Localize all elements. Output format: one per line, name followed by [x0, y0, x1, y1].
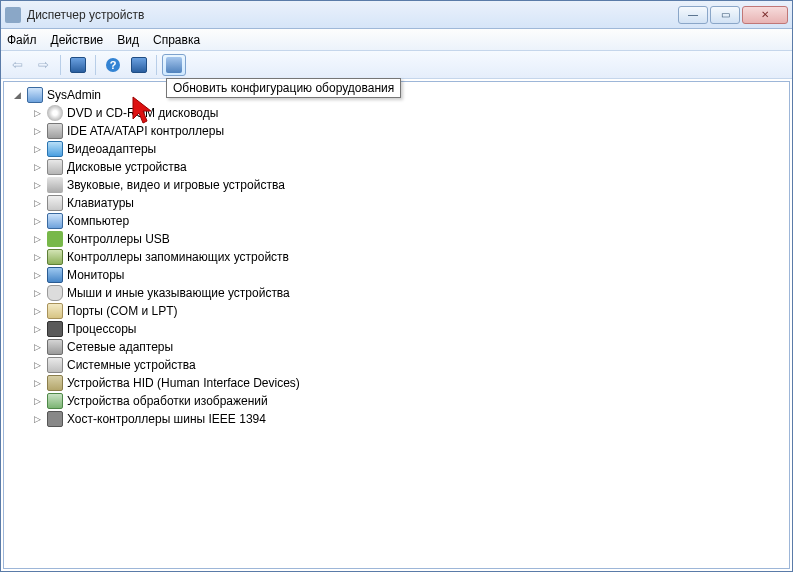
- device-manager-window: Диспетчер устройств — ▭ ✕ Файл Действие …: [0, 0, 793, 572]
- tree-node-label: Устройства обработки изображений: [67, 394, 268, 408]
- tree-node-label: Дисковые устройства: [67, 160, 187, 174]
- expand-icon[interactable]: ▷: [32, 270, 43, 281]
- toolbar-separator: [95, 55, 96, 75]
- expand-icon[interactable]: ▷: [32, 378, 43, 389]
- tree-node-label: Компьютер: [67, 214, 129, 228]
- expand-icon[interactable]: ▷: [32, 108, 43, 119]
- tree-node[interactable]: ▷Порты (COM и LPT): [6, 302, 787, 320]
- root-label: SysAdmin: [47, 88, 101, 102]
- scan-hardware-button[interactable]: [162, 54, 186, 76]
- device-tree-pane[interactable]: ◢ SysAdmin ▷DVD и CD-ROM дисководы▷IDE A…: [3, 81, 790, 569]
- tree-children: ▷DVD и CD-ROM дисководы▷IDE ATA/ATAPI ко…: [6, 104, 787, 428]
- tree-node[interactable]: ▷Хост-контроллеры шины IEEE 1394: [6, 410, 787, 428]
- tree-node-label: DVD и CD-ROM дисководы: [67, 106, 218, 120]
- menu-file[interactable]: Файл: [7, 33, 37, 47]
- device-category-icon: [47, 123, 63, 139]
- expand-icon[interactable]: ▷: [32, 234, 43, 245]
- tree-node-label: Видеоадаптеры: [67, 142, 156, 156]
- tree-node[interactable]: ▷Устройства обработки изображений: [6, 392, 787, 410]
- toolbar-separator: [156, 55, 157, 75]
- tree-node[interactable]: ▷Компьютер: [6, 212, 787, 230]
- tree-node[interactable]: ▷Системные устройства: [6, 356, 787, 374]
- properties-button[interactable]: [127, 54, 151, 76]
- expand-icon[interactable]: ▷: [32, 360, 43, 371]
- expand-icon[interactable]: ▷: [32, 126, 43, 137]
- tree-node[interactable]: ▷Контроллеры USB: [6, 230, 787, 248]
- scan-hardware-icon: [166, 57, 182, 73]
- tree-node-label: Системные устройства: [67, 358, 196, 372]
- tree-node[interactable]: ▷Дисковые устройства: [6, 158, 787, 176]
- menubar: Файл Действие Вид Справка: [1, 29, 792, 51]
- tree-node[interactable]: ▷Клавиатуры: [6, 194, 787, 212]
- device-category-icon: [47, 303, 63, 319]
- tree-node[interactable]: ▷Устройства HID (Human Interface Devices…: [6, 374, 787, 392]
- maximize-button[interactable]: ▭: [710, 6, 740, 24]
- toolbar-separator: [60, 55, 61, 75]
- menu-action[interactable]: Действие: [51, 33, 104, 47]
- tree-node[interactable]: ▷Сетевые адаптеры: [6, 338, 787, 356]
- tree-node[interactable]: ▷Мониторы: [6, 266, 787, 284]
- device-category-icon: [47, 105, 63, 121]
- tree-node[interactable]: ▷IDE ATA/ATAPI контроллеры: [6, 122, 787, 140]
- minimize-button[interactable]: —: [678, 6, 708, 24]
- tree-node-label: Мониторы: [67, 268, 124, 282]
- tree-node[interactable]: ▷Контроллеры запоминающих устройств: [6, 248, 787, 266]
- device-category-icon: [47, 159, 63, 175]
- device-category-icon: [47, 267, 63, 283]
- tree-node-label: Процессоры: [67, 322, 137, 336]
- tree-node-label: Хост-контроллеры шины IEEE 1394: [67, 412, 266, 426]
- forward-button[interactable]: ⇨: [31, 54, 55, 76]
- device-category-icon: [47, 321, 63, 337]
- menu-help[interactable]: Справка: [153, 33, 200, 47]
- expand-icon[interactable]: ▷: [32, 198, 43, 209]
- expand-icon[interactable]: ▷: [32, 180, 43, 191]
- device-category-icon: [47, 339, 63, 355]
- tree-node-label: Порты (COM и LPT): [67, 304, 178, 318]
- expand-icon[interactable]: ▷: [32, 342, 43, 353]
- tree-node-label: IDE ATA/ATAPI контроллеры: [67, 124, 224, 138]
- expand-icon[interactable]: ▷: [32, 252, 43, 263]
- tree-node-label: Звуковые, видео и игровые устройства: [67, 178, 285, 192]
- tree-node-label: Устройства HID (Human Interface Devices): [67, 376, 300, 390]
- device-category-icon: [47, 213, 63, 229]
- properties-icon: [131, 57, 147, 73]
- toolbar: ⇦ ⇨ ? Обновить конфигурацию оборудования: [1, 51, 792, 79]
- expand-icon[interactable]: ▷: [32, 288, 43, 299]
- tree-node[interactable]: ▷DVD и CD-ROM дисководы: [6, 104, 787, 122]
- tree-node-label: Контроллеры USB: [67, 232, 170, 246]
- device-category-icon: [47, 411, 63, 427]
- expand-icon[interactable]: ▷: [32, 306, 43, 317]
- titlebar: Диспетчер устройств — ▭ ✕: [1, 1, 792, 29]
- device-category-icon: [47, 357, 63, 373]
- expand-icon[interactable]: ▷: [32, 396, 43, 407]
- device-category-icon: [47, 375, 63, 391]
- back-arrow-icon: ⇦: [12, 57, 23, 72]
- device-category-icon: [47, 195, 63, 211]
- device-category-icon: [47, 177, 63, 193]
- expand-icon[interactable]: ▷: [32, 162, 43, 173]
- help-button[interactable]: ?: [101, 54, 125, 76]
- back-button[interactable]: ⇦: [5, 54, 29, 76]
- tree-node[interactable]: ▷Видеоадаптеры: [6, 140, 787, 158]
- device-category-icon: [47, 285, 63, 301]
- device-tree: ◢ SysAdmin ▷DVD и CD-ROM дисководы▷IDE A…: [6, 86, 787, 428]
- device-category-icon: [47, 249, 63, 265]
- expand-icon[interactable]: ▷: [32, 144, 43, 155]
- console-tree-icon: [70, 57, 86, 73]
- expand-icon[interactable]: ▷: [32, 414, 43, 425]
- show-hide-console-button[interactable]: [66, 54, 90, 76]
- collapse-icon[interactable]: ◢: [12, 90, 23, 101]
- expand-icon[interactable]: ▷: [32, 324, 43, 335]
- tree-node[interactable]: ▷Звуковые, видео и игровые устройства: [6, 176, 787, 194]
- close-button[interactable]: ✕: [742, 6, 788, 24]
- tree-node[interactable]: ▷Мыши и иные указывающие устройства: [6, 284, 787, 302]
- window-title: Диспетчер устройств: [27, 8, 678, 22]
- computer-icon: [27, 87, 43, 103]
- device-category-icon: [47, 141, 63, 157]
- menu-view[interactable]: Вид: [117, 33, 139, 47]
- tooltip: Обновить конфигурацию оборудования: [166, 78, 401, 98]
- tree-node[interactable]: ▷Процессоры: [6, 320, 787, 338]
- expand-icon[interactable]: ▷: [32, 216, 43, 227]
- window-controls: — ▭ ✕: [678, 6, 788, 24]
- tree-node-label: Мыши и иные указывающие устройства: [67, 286, 290, 300]
